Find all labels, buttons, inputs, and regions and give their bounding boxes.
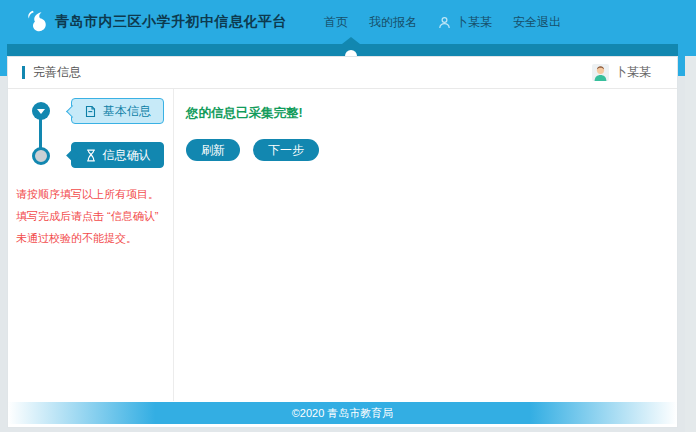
nav-item-my-registration[interactable]: 我的报名 — [369, 14, 417, 31]
nav-user[interactable]: 卜某某 — [438, 14, 492, 31]
hourglass-icon — [85, 149, 97, 162]
site-title: 青岛市内三区小学升初中信息化平台 — [55, 13, 287, 31]
caret-down-icon — [37, 109, 45, 114]
main-content: 您的信息已采集完整! 刷新 下一步 — [174, 89, 677, 401]
step-marker-confirm-info — [32, 147, 50, 165]
footer-copyright: ©2020 青岛市教育局 — [8, 402, 677, 424]
step-marker-basic-info — [32, 102, 50, 120]
document-icon — [84, 105, 97, 118]
subheader-user-name: 卜某某 — [615, 64, 651, 81]
avatar — [592, 64, 609, 81]
step-pointer-icon — [66, 149, 79, 162]
person-icon — [438, 16, 451, 29]
page-title: 完善信息 — [33, 64, 81, 81]
note-line: 未通过校验的不能提交。 — [16, 227, 169, 249]
content-panel: 完善信息 卜某某 — [7, 56, 678, 428]
header-stripe — [7, 44, 678, 56]
instruction-notes: 请按顺序填写以上所有项目。 填写完成后请点击 “信息确认” 未通过校验的不能提交… — [16, 183, 169, 249]
refresh-button[interactable]: 刷新 — [186, 139, 240, 161]
step-confirm-info[interactable]: 信息确认 — [71, 142, 164, 168]
success-message: 您的信息已采集完整! — [186, 105, 667, 122]
next-step-button[interactable]: 下一步 — [253, 139, 319, 161]
title-accent-bar — [22, 66, 25, 79]
note-line: 填写完成后请点击 “信息确认” — [16, 205, 169, 227]
page-subheader: 完善信息 卜某某 — [8, 57, 677, 89]
step-label: 信息确认 — [103, 147, 151, 164]
step-sidebar: 基本信息 信息确认 请按顺序填写以上所有项目。 填写完成后请点击 “信息确认” … — [8, 89, 174, 401]
note-line: 请按顺序填写以上所有项目。 — [16, 183, 169, 205]
step-basic-info[interactable]: 基本信息 — [71, 98, 164, 124]
subheader-user[interactable]: 卜某某 — [592, 64, 651, 81]
active-tab-caret-icon — [342, 37, 360, 44]
nav-user-name: 卜某某 — [456, 14, 492, 31]
app-window: 青岛市内三区小学升初中信息化平台 首页 我的报名 卜某某 安全退出 完善信息 — [0, 0, 696, 432]
nav-item-logout[interactable]: 安全退出 — [513, 14, 561, 31]
step-pointer-icon — [66, 105, 79, 118]
step-label: 基本信息 — [103, 103, 151, 120]
scrollbar-track[interactable] — [685, 56, 696, 432]
nav-item-home[interactable]: 首页 — [324, 14, 348, 31]
content-area: 基本信息 信息确认 请按顺序填写以上所有项目。 填写完成后请点击 “信息确认” … — [8, 89, 677, 401]
action-buttons: 刷新 下一步 — [186, 139, 667, 161]
main-nav: 首页 我的报名 卜某某 安全退出 — [303, 14, 561, 31]
platform-logo-icon — [26, 10, 47, 34]
